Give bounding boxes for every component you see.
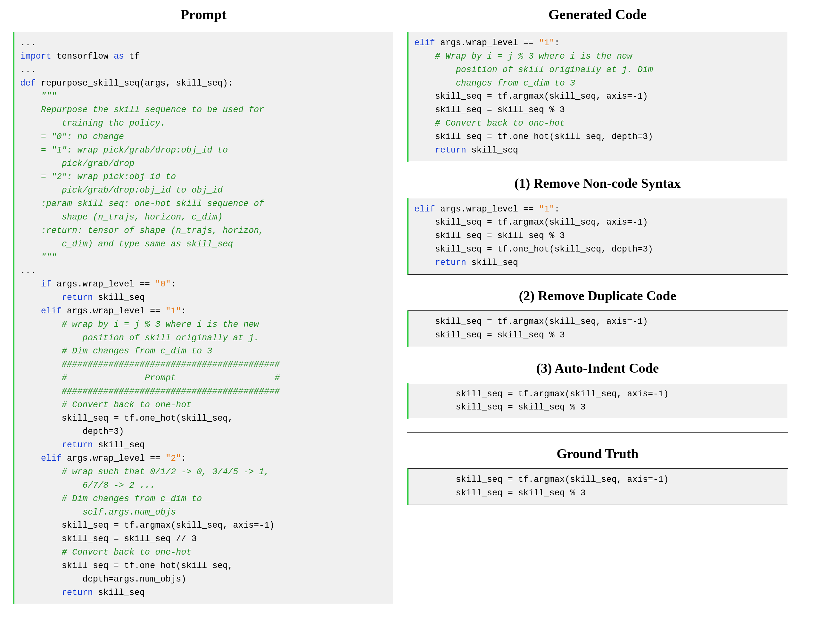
prompt-column: Prompt ... import tensorflow as tf ... d… [13,6,394,604]
results-column: Generated Code elif args.wrap_level == "… [407,6,788,604]
step1-code-box: elif args.wrap_level == "1": skill_seq =… [407,198,788,274]
figure-container: Prompt ... import tensorflow as tf ... d… [13,6,804,604]
step2-code-box: skill_seq = tf.argmax(skill_seq, axis=-1… [407,310,788,347]
prompt-title: Prompt [13,6,394,23]
step2-title: (2) Remove Duplicate Code [407,288,788,304]
step3-title: (3) Auto-Indent Code [407,360,788,376]
step3-code-box: skill_seq = tf.argmax(skill_seq, axis=-1… [407,383,788,419]
generated-title: Generated Code [407,6,788,23]
step1-title: (1) Remove Non-code Syntax [407,176,788,191]
prompt-code-box: ... import tensorflow as tf ... def repu… [13,32,394,604]
ground-truth-code-box: skill_seq = tf.argmax(skill_seq, axis=-1… [407,468,788,505]
generated-code-box: elif args.wrap_level == "1": # Wrap by i… [407,32,788,162]
ground-truth-title: Ground Truth [407,446,788,462]
